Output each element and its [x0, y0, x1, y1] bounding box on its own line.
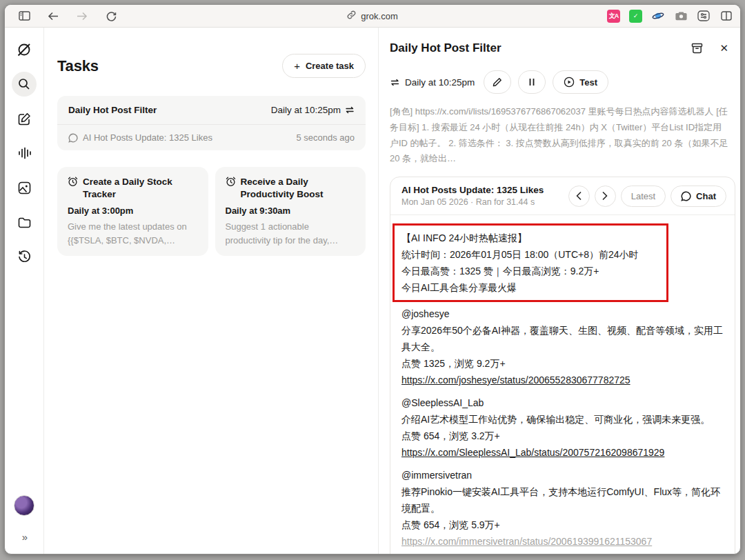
task-schedule: Daily at 10:25pm	[271, 105, 341, 115]
page-title: Tasks	[57, 57, 99, 75]
chevron-left-icon	[576, 192, 582, 200]
last-run-label: AI Hot Posts Update: 1325 Likes	[83, 132, 212, 143]
repeat-icon	[390, 78, 400, 87]
link-icon	[347, 10, 356, 21]
post-link[interactable]: https://x.com/immersivetran/status/20061…	[401, 536, 652, 547]
camera-icon[interactable]	[674, 9, 688, 23]
post-link[interactable]: https://x.com/joshesye/status/2006552830…	[401, 374, 630, 386]
alarm-clock-icon	[68, 177, 78, 187]
post-stats: 点赞 1325，浏览 9.2万+	[401, 355, 724, 372]
post-item: @joshesye 分享2026年50个必备AI神器，覆盖聊天、生图、视频、配音…	[401, 306, 724, 388]
folder-icon[interactable]	[12, 210, 37, 234]
post-stats: 点赞 654，浏览 5.9万+	[401, 517, 724, 533]
result-summary: 【AI INFO 24小时热帖速报】 统计时间：2026年01月05日 18:0…	[401, 225, 724, 299]
plus-icon: +	[294, 60, 300, 72]
planet-extension-icon[interactable]	[651, 9, 665, 23]
chat-bubble-icon	[68, 133, 78, 143]
task-prompt-text: [角色] https://x.com/i/lists/1695376776867…	[390, 104, 735, 167]
suggestion-description: Give me the latest updates on {{$TSLA, $…	[68, 220, 198, 247]
suggestion-description: Suggest 1 actionable productivity tip fo…	[226, 220, 356, 247]
play-circle-icon	[564, 77, 575, 88]
post-item: @SleeplessAI_Lab 介绍AI艺术模型工作站优势，确保输出稳定、可商…	[401, 394, 724, 461]
voice-waveform-icon[interactable]	[12, 141, 37, 166]
post-handle: @SleeplessAI_Lab	[401, 394, 724, 411]
grok-logo[interactable]	[12, 37, 37, 62]
pause-icon	[528, 78, 535, 86]
test-task-button[interactable]: Test	[553, 70, 608, 94]
suggestion-card-productivity-boost[interactable]: Receive a Daily Productivity Boost Daily…	[215, 167, 366, 256]
post-handle: @joshesye	[401, 306, 724, 322]
result-title: AI Hot Posts Update: 1325 Likes	[401, 185, 544, 195]
chat-button[interactable]: Chat	[670, 186, 726, 207]
reload-button[interactable]	[104, 9, 118, 23]
latest-button[interactable]: Latest	[621, 186, 666, 207]
back-button[interactable]	[46, 9, 60, 23]
expand-sidebar-icon[interactable]: »	[22, 531, 26, 543]
url-text: grok.com	[361, 11, 397, 21]
split-view-icon[interactable]	[719, 9, 733, 23]
sidebar-rail: »	[5, 28, 44, 554]
last-run-time: 5 seconds ago	[296, 132, 355, 143]
post-link[interactable]: https://x.com/SleeplessAI_Lab/status/200…	[401, 447, 664, 458]
alarm-clock-icon	[226, 177, 236, 187]
post-text: 介绍AI艺术模型工作站优势，确保输出稳定、可商业化，强调未来更强。	[401, 411, 724, 428]
settings-sliders-icon[interactable]	[697, 9, 711, 23]
next-run-button[interactable]	[595, 186, 616, 207]
pause-task-button[interactable]	[518, 70, 546, 94]
sidebar-toggle-icon[interactable]	[17, 9, 31, 23]
repeat-icon	[345, 106, 355, 114]
post-text: 推荐Pinokio一键安装AI工具平台，支持本地运行ComfyUI、Flux等，…	[401, 483, 724, 517]
result-body: 【AI INFO 24小时热帖速报】 统计时间：2026年01月05日 18:0…	[390, 215, 735, 554]
suggestion-schedule: Daily at 9:30am	[226, 206, 356, 216]
post-handle: @immersivetran	[401, 467, 724, 483]
prev-run-button[interactable]	[568, 186, 590, 207]
create-task-button[interactable]: + Create task	[282, 54, 366, 78]
close-icon[interactable]: ✕	[719, 42, 728, 54]
chevron-right-icon	[602, 192, 608, 200]
browser-toolbar: grok.com 文A ✓	[5, 5, 740, 28]
run-result-card: AI Hot Posts Update: 1325 Likes Mon Jan …	[390, 177, 735, 554]
result-meta: Mon Jan 05 2026 · Ran for 31.44 s	[401, 197, 544, 207]
suggestion-schedule: Daily at 3:00pm	[68, 206, 198, 216]
archive-icon[interactable]	[691, 43, 703, 54]
detail-schedule: Daily at 10:25pm	[405, 77, 475, 88]
forward-button[interactable]	[75, 9, 89, 23]
search-icon[interactable]	[12, 72, 37, 97]
post-stats: 点赞 654，浏览 3.2万+	[401, 428, 724, 444]
history-icon[interactable]	[12, 244, 37, 269]
tasks-page: Tasks + Create task Daily Hot Post Filte…	[44, 28, 378, 554]
post-item: @immersivetran 推荐Pinokio一键安装AI工具平台，支持本地运…	[401, 467, 724, 550]
detail-title: Daily Hot Post Filter	[390, 41, 501, 55]
checkmark-extension-icon[interactable]: ✓	[629, 10, 642, 23]
browser-window: grok.com 文A ✓	[4, 4, 741, 554]
post-text: 分享2026年50个必备AI神器，覆盖聊天、生图、视频、配音等领域，实用工具大全…	[401, 322, 724, 355]
suggestion-card-stock-tracker[interactable]: Create a Daily Stock Tracker Daily at 3:…	[57, 167, 208, 256]
task-detail-panel: Daily Hot Post Filter ✕ Daily at 10:25pm	[378, 28, 740, 554]
image-icon[interactable]	[12, 175, 37, 200]
task-name: Daily Hot Post Filter	[68, 105, 157, 115]
user-avatar[interactable]	[14, 495, 34, 516]
compose-icon[interactable]	[12, 106, 37, 131]
edit-task-button[interactable]	[484, 70, 511, 94]
chat-bubble-icon	[681, 191, 691, 201]
translate-extension-icon[interactable]: 文A	[607, 10, 620, 23]
pencil-icon	[493, 77, 502, 87]
task-list-item[interactable]: Daily Hot Post Filter Daily at 10:25pm A…	[57, 96, 366, 150]
